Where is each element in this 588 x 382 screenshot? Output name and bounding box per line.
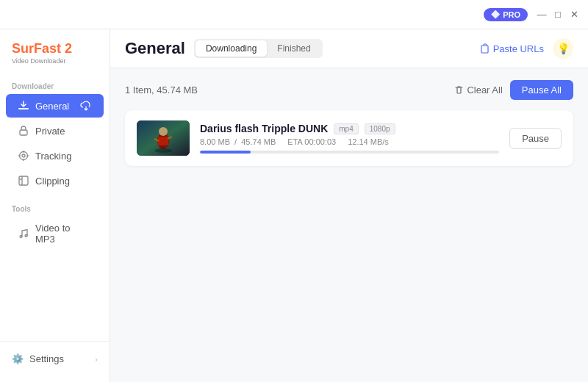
svg-rect-0	[18, 108, 29, 109]
lock-icon	[18, 125, 29, 137]
maximize-button[interactable]: □	[553, 10, 563, 20]
content-header: General Downloading Finished Paste URLs …	[110, 29, 588, 68]
download-progress-text: 8.00 MB / 45.74 MB	[200, 137, 276, 146]
sidebar-item-general-label: General	[35, 101, 69, 112]
settings-label: Settings	[29, 353, 64, 364]
svg-point-3	[22, 154, 25, 157]
sidebar-item-tracking-label: Tracking	[35, 151, 71, 162]
clipboard-icon	[480, 43, 490, 54]
header-left: General Downloading Finished	[125, 39, 323, 58]
tools-section-label: Tools	[0, 199, 110, 216]
clipping-icon	[18, 175, 29, 187]
svg-rect-13	[481, 46, 488, 53]
sidebar-item-video-to-mp3-label: Video to MP3	[35, 223, 92, 245]
minimize-button[interactable]: —	[537, 10, 547, 20]
main-content: General Downloading Finished Paste URLs …	[110, 29, 588, 382]
svg-rect-1	[20, 130, 27, 135]
settings-left: ⚙️ Settings	[12, 353, 64, 364]
clear-all-button[interactable]: Clear All	[454, 84, 502, 96]
svg-point-20	[154, 148, 172, 153]
actions-right: Clear All Pause All	[454, 80, 573, 100]
svg-point-16	[159, 127, 168, 136]
close-button[interactable]: ✕	[569, 10, 579, 20]
stats-text: 1 Item, 45.74 MB	[125, 84, 198, 96]
window-controls: — □ ✕	[537, 10, 579, 20]
gear-icon: ⚙️	[12, 353, 24, 364]
trash-icon	[454, 85, 464, 95]
diamond-icon	[491, 10, 500, 19]
eta-text: ETA 00:00:03	[287, 137, 336, 146]
sidebar-item-tracking[interactable]: Tracking	[6, 144, 104, 167]
downloader-section-label: Downloader	[0, 76, 110, 93]
logo-name-text: SurFast	[12, 41, 65, 56]
svg-rect-17	[158, 137, 168, 145]
page-title: General	[125, 39, 185, 58]
clear-all-label: Clear All	[467, 84, 502, 96]
progress-bar	[200, 151, 499, 154]
logo-number: 2	[65, 41, 72, 56]
item-details: Darius flash Tripple DUNK mp4 1080p 8.00…	[200, 123, 499, 154]
sidebar-item-clipping[interactable]: Clipping	[6, 169, 104, 192]
sidebar-item-video-to-mp3[interactable]: Video to MP3	[6, 217, 104, 251]
sidebar-item-clipping-label: Clipping	[35, 176, 70, 187]
thumbnail-art	[137, 120, 190, 156]
format-badge: mp4	[334, 123, 358, 134]
paste-urls-button[interactable]: Paste URLs	[480, 43, 544, 54]
item-title-row: Darius flash Tripple DUNK mp4 1080p	[200, 123, 499, 134]
stats-bar: 1 Item, 45.74 MB Clear All Pause All	[125, 80, 573, 100]
logo-name: SurFast 2	[12, 41, 98, 57]
quality-badge: 1080p	[365, 123, 395, 134]
progress-bar-fill	[200, 151, 251, 154]
chevron-right-icon: ›	[95, 355, 98, 364]
pro-badge[interactable]: PRO	[484, 8, 528, 21]
item-title: Darius flash Tripple DUNK	[200, 123, 328, 134]
logo-subtitle: Video Downloader	[12, 57, 98, 65]
pause-all-button[interactable]: Pause All	[510, 80, 573, 100]
sidebar-item-private-label: Private	[35, 126, 65, 137]
pro-label: PRO	[503, 10, 520, 19]
content-area: 1 Item, 45.74 MB Clear All Pause All	[110, 68, 588, 382]
svg-point-11	[20, 236, 22, 238]
svg-point-12	[25, 235, 27, 237]
light-bulb-button[interactable]: 💡	[553, 38, 573, 59]
settings-item[interactable]: ⚙️ Settings ›	[0, 347, 110, 370]
sidebar: SurFast 2 Video Downloader Downloader Ge…	[0, 29, 110, 382]
paste-urls-label: Paste URLs	[493, 43, 544, 54]
header-right: Paste URLs 💡	[480, 38, 573, 59]
cloud-download-icon	[80, 100, 92, 112]
svg-point-2	[20, 152, 28, 160]
bulb-icon: 💡	[557, 43, 570, 54]
tab-finished[interactable]: Finished	[267, 40, 320, 57]
pause-button[interactable]: Pause	[509, 128, 562, 149]
title-bar: PRO — □ ✕	[0, 0, 588, 29]
download-item: Darius flash Tripple DUNK mp4 1080p 8.00…	[125, 110, 573, 166]
tab-downloading[interactable]: Downloading	[196, 40, 267, 57]
item-meta: 8.00 MB / 45.74 MB ETA 00:00:03 12.14 MB…	[200, 137, 499, 146]
music-icon	[18, 228, 29, 239]
sidebar-footer: ⚙️ Settings ›	[0, 341, 110, 370]
tab-group: Downloading Finished	[194, 39, 323, 58]
speed-text: 12.14 MB/s	[348, 137, 389, 146]
thumbnail-content	[137, 120, 190, 156]
sidebar-item-private[interactable]: Private	[6, 119, 104, 143]
sidebar-item-general[interactable]: General	[6, 94, 104, 118]
logo-area: SurFast 2 Video Downloader	[0, 41, 110, 76]
svg-rect-8	[19, 176, 28, 185]
thumbnail	[137, 120, 190, 156]
app-body: SurFast 2 Video Downloader Downloader Ge…	[0, 29, 588, 382]
download-icon	[18, 100, 29, 112]
tracking-icon	[18, 150, 29, 162]
